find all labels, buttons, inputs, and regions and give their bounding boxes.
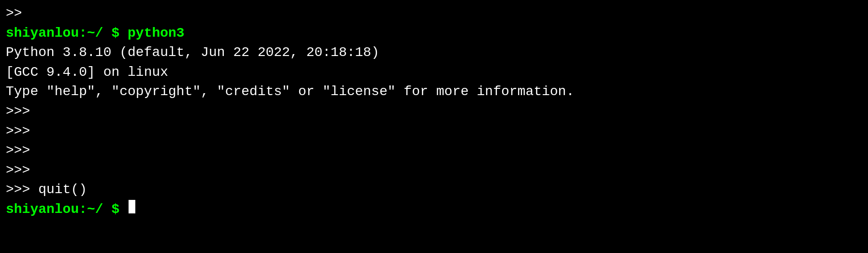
python-version-text: Python 3.8.10 (default, Jun 22 2022, 20:… [6, 43, 379, 63]
terminal-cursor [129, 200, 135, 213]
prev-prompt-text: >> [6, 4, 22, 24]
prompt-user-label: shiyanlou:~/ $ [6, 24, 128, 43]
repl-prompt-3-text: >>> [6, 141, 30, 161]
repl-prompt-4-text: >>> [6, 161, 30, 181]
line-repl-prompt-2: >>> [6, 122, 862, 141]
python3-command-text: python3 [128, 24, 185, 43]
line-python3-command: shiyanlou:~/ $ python3 [6, 24, 862, 43]
line-final-prompt: shiyanlou:~/ $ [6, 200, 862, 220]
quit-command-text: >>> quit() [6, 180, 87, 200]
terminal-window: >> shiyanlou:~/ $ python3 Python 3.8.10 … [0, 0, 868, 253]
line-repl-prompt-3: >>> [6, 141, 862, 161]
final-prompt-user-label: shiyanlou:~/ $ [6, 200, 128, 220]
type-help-text: Type "help", "copyright", "credits" or "… [6, 82, 574, 102]
line-python-version: Python 3.8.10 (default, Jun 22 2022, 20:… [6, 43, 862, 63]
repl-prompt-1-text: >>> [6, 102, 30, 122]
gcc-text: [GCC 9.4.0] on linux [6, 63, 168, 83]
line-type-help: Type "help", "copyright", "credits" or "… [6, 82, 862, 102]
line-prev-prompt: >> [6, 4, 862, 24]
repl-prompt-2-text: >>> [6, 122, 30, 141]
line-quit-command: >>> quit() [6, 180, 862, 200]
line-repl-prompt-4: >>> [6, 161, 862, 181]
line-gcc: [GCC 9.4.0] on linux [6, 63, 862, 83]
line-repl-prompt-1: >>> [6, 102, 862, 122]
